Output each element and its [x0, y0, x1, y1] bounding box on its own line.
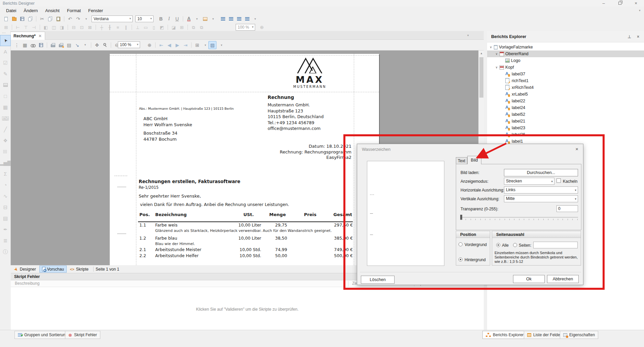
- font-size-combo[interactable]: 10: [135, 15, 154, 22]
- tree-item[interactable]: ∨ label22: [487, 98, 644, 104]
- align-justify-icon[interactable]: [243, 15, 251, 22]
- tab-text[interactable]: Text: [456, 157, 467, 164]
- menu-item[interactable]: Ansicht: [42, 7, 63, 14]
- pin-icon[interactable]: ⊤: [628, 34, 631, 39]
- save-icon[interactable]: [37, 42, 45, 48]
- align-center-icon[interactable]: [227, 15, 235, 22]
- chevron-down-icon[interactable]: ∨: [495, 66, 498, 69]
- next-page-icon[interactable]: ▶: [174, 42, 181, 48]
- chevron-down-icon[interactable]: ∨: [489, 45, 493, 49]
- transparenz-input[interactable]: 0: [556, 205, 578, 212]
- export-dropdown-icon[interactable]: ▾: [218, 42, 225, 48]
- horizontale-ausrichtung-dropdown[interactable]: Links: [504, 186, 578, 194]
- align-left-icon[interactable]: [219, 15, 227, 22]
- tree-item[interactable]: ∨ label21: [487, 118, 644, 125]
- chevron-down-icon[interactable]: ∨: [495, 52, 498, 56]
- toolbar-handle-icon[interactable]: ⋮: [13, 42, 21, 48]
- redo-icon[interactable]: ↷: [74, 15, 82, 22]
- page-setup-icon[interactable]: ▤: [65, 42, 73, 48]
- hand-tool-icon[interactable]: ✥: [93, 42, 101, 48]
- sum-tool[interactable]: Σ: [0, 168, 11, 179]
- menu-item[interactable]: Fenster: [85, 7, 106, 14]
- tree-item[interactable]: ∨ label26: [487, 131, 644, 138]
- font-color-dropdown-icon[interactable]: ▾: [193, 15, 201, 22]
- print-icon[interactable]: [49, 42, 57, 48]
- paste-icon[interactable]: [55, 15, 62, 22]
- statusbar-tab-skriptfehler[interactable]: ⊗ Skript Fehler: [65, 331, 100, 339]
- pdf-content-tool[interactable]: ▤: [0, 213, 11, 224]
- radio-hintergrund[interactable]: [459, 257, 463, 262]
- restore-button[interactable]: [615, 1, 625, 6]
- panel-tool[interactable]: □: [0, 91, 11, 102]
- pagebreak-tool[interactable]: ⊟: [0, 202, 11, 213]
- magnifier-tool-icon[interactable]: [101, 42, 109, 48]
- align-dropdown-icon[interactable]: ▾: [251, 15, 259, 22]
- statusbar-tab-gruppen[interactable]: Gruppen und Sortierung: [14, 331, 71, 339]
- save-icon[interactable]: [19, 15, 26, 22]
- radio-alle[interactable]: [496, 243, 500, 247]
- radio-seiten[interactable]: [513, 243, 517, 247]
- dialog-close-icon[interactable]: ×: [575, 146, 578, 152]
- durchsuchen-button[interactable]: Durchsuchen...: [504, 169, 578, 176]
- close-button[interactable]: ×: [631, 1, 641, 6]
- scrollbar-thumb[interactable]: [479, 57, 483, 98]
- underline-button[interactable]: U: [173, 15, 181, 22]
- seiten-input[interactable]: [533, 242, 578, 248]
- menu-item[interactable]: Datei: [3, 7, 20, 14]
- radio-vordergrund[interactable]: [459, 242, 463, 246]
- tab-designer[interactable]: ➤ Designer: [11, 266, 39, 273]
- tree-item[interactable]: ∨ label37: [487, 71, 644, 77]
- kacheln-checkbox[interactable]: [556, 178, 561, 183]
- picture-tool[interactable]: [0, 79, 11, 91]
- tree-item[interactable]: ∨ label23: [487, 125, 644, 131]
- gauge-tool[interactable]: ◔: [0, 179, 11, 190]
- tab-overflow-icon[interactable]: ▾: [467, 34, 471, 37]
- tree-item[interactable]: ∨ richText1: [487, 77, 644, 84]
- tree-item[interactable]: ∨ Kopf: [487, 64, 644, 71]
- preview-zoom-combo[interactable]: 100 %: [118, 41, 140, 48]
- vertikale-ausrichtung-dropdown[interactable]: Mitte: [504, 195, 578, 202]
- first-page-icon[interactable]: ⇤: [158, 42, 165, 48]
- menu-item[interactable]: Ändern: [20, 7, 41, 14]
- tree-item[interactable]: ∨ ObererRand: [487, 50, 644, 57]
- tree-item[interactable]: ∨ label24: [487, 104, 644, 111]
- quick-print-icon[interactable]: [57, 42, 65, 48]
- ok-button[interactable]: Ok: [513, 275, 545, 283]
- tab-bild[interactable]: Bild: [467, 156, 481, 164]
- chart-tool[interactable]: ▂▅▇: [0, 157, 11, 168]
- toolbar-options-icon[interactable]: ▾: [639, 9, 642, 12]
- align-right-icon[interactable]: [235, 15, 243, 22]
- barcode-tool[interactable]: [0, 146, 11, 157]
- abbrechen-button[interactable]: Abbrechen: [547, 275, 579, 283]
- character-comb-tool[interactable]: ab: [0, 113, 11, 124]
- sparkline-tool[interactable]: ∿: [0, 190, 11, 202]
- bold-button[interactable]: B: [157, 15, 165, 22]
- font-color-button[interactable]: A: [185, 15, 193, 22]
- redo-dropdown-icon[interactable]: ▾: [82, 15, 90, 22]
- tree-item[interactable]: ∨ Logo: [487, 57, 644, 64]
- toc-tool[interactable]: ≣: [0, 235, 11, 246]
- zoom-in-icon[interactable]: ⊕: [146, 42, 153, 48]
- last-page-icon[interactable]: ⇥: [182, 42, 189, 48]
- label-tool[interactable]: A: [0, 46, 11, 57]
- signature-tool[interactable]: ✒: [0, 224, 11, 235]
- save-all-icon[interactable]: [27, 15, 34, 22]
- cut-icon[interactable]: ✂: [38, 15, 46, 22]
- scroll-up-icon[interactable]: ▲: [480, 52, 483, 55]
- highlight-dropdown-icon[interactable]: ▾: [209, 15, 217, 22]
- highlight-color-button[interactable]: [201, 15, 209, 22]
- tab-rechnung[interactable]: Rechnung* ✕: [10, 32, 45, 40]
- tree-item[interactable]: ∨ xrLabel5: [487, 91, 644, 98]
- undo-icon[interactable]: ↶: [66, 15, 74, 22]
- info-tool[interactable]: ⓘ: [0, 246, 11, 257]
- scale-icon[interactable]: ↘: [73, 42, 81, 48]
- open-folder-icon[interactable]: [10, 15, 18, 22]
- transparenz-slider[interactable]: [460, 217, 578, 217]
- tab-close-icon[interactable]: ✕: [38, 34, 42, 38]
- statusbar-tab-eigenschaften[interactable]: Eigenschaften: [560, 331, 598, 339]
- tab-vorschau[interactable]: Vorschau: [39, 266, 67, 273]
- italic-button[interactable]: I: [165, 15, 173, 22]
- anzeigemodus-dropdown[interactable]: Strecken: [504, 178, 554, 185]
- thumbnails-icon[interactable]: ▦: [21, 42, 29, 48]
- tree-item[interactable]: ∨ label52: [487, 111, 644, 118]
